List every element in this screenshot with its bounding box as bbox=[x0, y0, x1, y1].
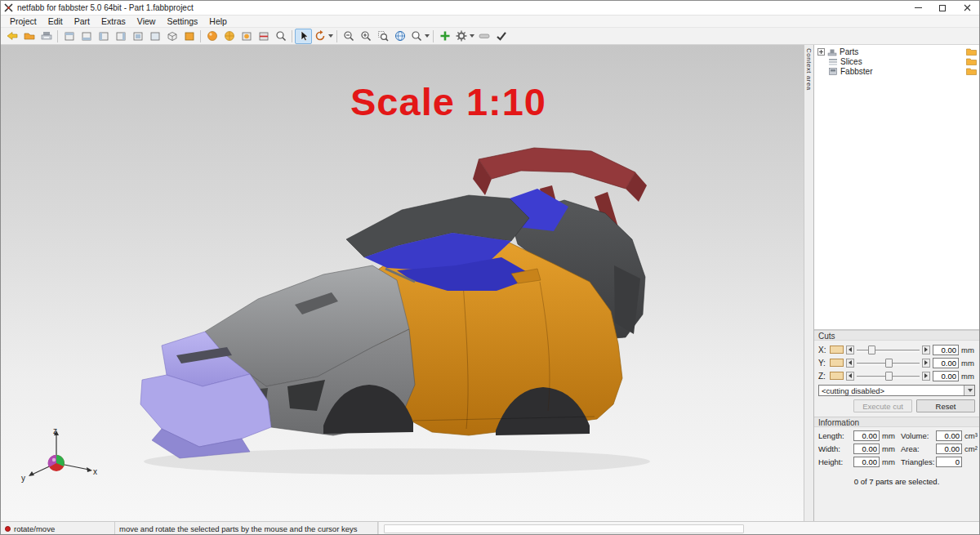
zoom-window-button[interactable] bbox=[374, 29, 391, 44]
car-rear-wing[interactable] bbox=[479, 148, 635, 189]
folder-icon[interactable] bbox=[966, 67, 977, 75]
width-value[interactable] bbox=[853, 444, 880, 454]
zoom-out-button[interactable] bbox=[340, 29, 357, 44]
cut-z-value-input[interactable] bbox=[933, 371, 959, 381]
length-value[interactable] bbox=[853, 430, 880, 441]
close-button[interactable] bbox=[955, 1, 979, 16]
info-unit: mm bbox=[882, 444, 896, 453]
folder-icon[interactable] bbox=[966, 57, 977, 65]
globe-view-button[interactable] bbox=[391, 29, 408, 44]
import-part-button[interactable] bbox=[3, 29, 20, 44]
view-back-icon bbox=[80, 29, 93, 42]
analyse-part-button[interactable] bbox=[220, 29, 238, 44]
view-top-button[interactable] bbox=[129, 29, 146, 44]
info-label: Width: bbox=[818, 444, 851, 453]
cut-z-slider[interactable] bbox=[857, 371, 920, 381]
view-front-button[interactable] bbox=[60, 29, 78, 44]
menu-project[interactable]: Project bbox=[4, 16, 42, 28]
rotate-tool-button[interactable] bbox=[312, 29, 334, 44]
slider-thumb[interactable] bbox=[868, 346, 875, 354]
cut-plane-color-z[interactable] bbox=[830, 372, 844, 380]
tree-item-slices[interactable]: Slices bbox=[814, 56, 979, 66]
cut-z-increase-button[interactable] bbox=[922, 372, 930, 381]
dropdown-button[interactable] bbox=[964, 386, 974, 395]
view-left-button[interactable] bbox=[95, 29, 112, 44]
cut-y-increase-button[interactable] bbox=[922, 359, 930, 368]
tree-item-parts[interactable]: Parts bbox=[814, 47, 979, 56]
context-panel: Parts Slices Fabbster Cuts bbox=[814, 45, 979, 521]
repair-part-button[interactable] bbox=[203, 29, 220, 44]
axis-label-z: z bbox=[53, 427, 57, 435]
view-right-button[interactable] bbox=[112, 29, 129, 44]
maximize-button[interactable] bbox=[930, 1, 955, 16]
cut-y-value-input[interactable] bbox=[933, 358, 959, 368]
info-label: Height: bbox=[818, 457, 851, 466]
measure-button[interactable] bbox=[475, 29, 492, 44]
cut-x-slider[interactable] bbox=[857, 345, 920, 355]
view-bottom-button[interactable] bbox=[146, 29, 163, 44]
horizontal-scrollbar[interactable] bbox=[378, 522, 979, 535]
folder-icon[interactable] bbox=[966, 47, 977, 56]
viewport-3d[interactable]: Scale 1:10 bbox=[1, 45, 804, 521]
view-right-icon bbox=[114, 29, 127, 42]
dropdown-caret-icon bbox=[425, 34, 430, 38]
minimize-button[interactable] bbox=[906, 1, 930, 16]
scrollbar-thumb[interactable] bbox=[384, 524, 744, 533]
validate-button[interactable] bbox=[492, 29, 510, 44]
height-value[interactable] bbox=[853, 457, 880, 467]
view-platform-icon bbox=[183, 29, 196, 42]
cutting-mode-dropdown[interactable]: <cutting disabled> bbox=[818, 385, 975, 396]
triangles-value[interactable] bbox=[936, 457, 962, 467]
cut-x-decrease-button[interactable] bbox=[846, 346, 854, 354]
cut-plane-color-y[interactable] bbox=[830, 359, 844, 367]
menu-view[interactable]: View bbox=[131, 16, 162, 28]
car-model[interactable] bbox=[127, 141, 666, 493]
axis-indicator: z x y bbox=[19, 427, 100, 493]
machine-settings-button[interactable] bbox=[453, 29, 475, 44]
cut-plane-color-x[interactable] bbox=[830, 346, 844, 354]
menu-extras[interactable]: Extras bbox=[96, 16, 131, 28]
cut-part-button[interactable] bbox=[255, 29, 272, 44]
magnifier-icon bbox=[274, 29, 287, 42]
zoom-search-button[interactable] bbox=[272, 29, 289, 44]
cut-x-value-input[interactable] bbox=[933, 345, 959, 355]
zoom-menu-button[interactable] bbox=[408, 29, 430, 44]
part-cube-button[interactable] bbox=[238, 29, 255, 44]
view-top-icon bbox=[131, 29, 145, 42]
context-area-tab[interactable]: Context area bbox=[804, 45, 814, 521]
cut-x-increase-button[interactable] bbox=[922, 346, 930, 354]
menu-help[interactable]: Help bbox=[203, 16, 233, 28]
view-isometric-button[interactable] bbox=[163, 29, 180, 44]
scale-annotation: Scale 1:10 bbox=[350, 79, 546, 124]
toolbar-separator bbox=[292, 30, 292, 42]
analyse-sphere-icon bbox=[223, 29, 236, 42]
volume-value[interactable] bbox=[936, 430, 962, 441]
execute-cut-button[interactable]: Execute cut bbox=[853, 399, 912, 412]
view-back-button[interactable] bbox=[78, 29, 95, 44]
chevron-left-icon bbox=[849, 347, 852, 352]
select-tool-button[interactable] bbox=[295, 29, 312, 44]
zoom-all-button[interactable] bbox=[357, 29, 374, 44]
reset-button[interactable]: Reset bbox=[916, 399, 975, 412]
cut-y-decrease-button[interactable] bbox=[846, 359, 854, 368]
view-front-icon bbox=[63, 29, 76, 42]
printer-button[interactable] bbox=[38, 29, 55, 44]
cut-box-icon bbox=[257, 29, 270, 42]
tree-item-fabbster[interactable]: Fabbster bbox=[814, 66, 979, 76]
area-value[interactable] bbox=[936, 444, 962, 454]
open-project-button[interactable] bbox=[20, 29, 38, 44]
expander-icon[interactable] bbox=[817, 48, 825, 56]
menu-settings[interactable]: Settings bbox=[161, 16, 203, 28]
add-part-button[interactable] bbox=[436, 29, 453, 44]
view-platform-button[interactable] bbox=[180, 29, 198, 44]
cut-z-decrease-button[interactable] bbox=[846, 372, 854, 381]
menu-edit[interactable]: Edit bbox=[42, 16, 69, 28]
slider-thumb[interactable] bbox=[885, 359, 893, 368]
slices-icon bbox=[828, 57, 838, 66]
cut-y-slider[interactable] bbox=[857, 358, 920, 368]
info-unit: cm² bbox=[964, 444, 978, 453]
info-label: Triangles: bbox=[901, 457, 933, 466]
slider-thumb[interactable] bbox=[885, 372, 893, 381]
status-bar: rotate/move move and rotate the selected… bbox=[1, 521, 979, 535]
menu-part[interactable]: Part bbox=[69, 16, 96, 28]
